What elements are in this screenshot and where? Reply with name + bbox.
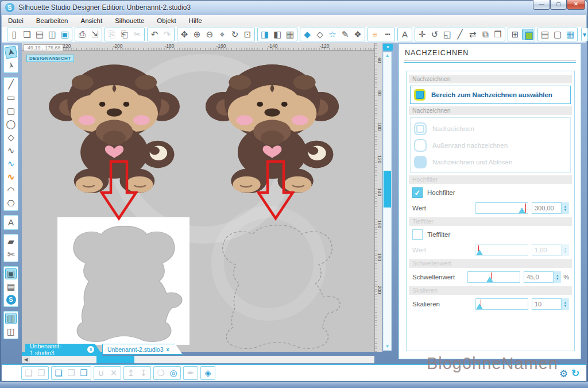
menu-datei[interactable]: Datei: [2, 15, 30, 26]
freehand-tool-icon[interactable]: ∿: [5, 158, 17, 170]
hochfilter-value-field[interactable]: 300,00: [532, 202, 562, 214]
page-panel-icon[interactable]: ▥: [5, 313, 17, 324]
bring-forward-icon[interactable]: ↥: [125, 367, 137, 379]
line-dash-icon[interactable]: ┅: [382, 29, 393, 40]
traced-silhouette-outline[interactable]: [210, 218, 345, 349]
cut-icon[interactable]: ✂: [131, 29, 143, 40]
move-icon[interactable]: ✛: [416, 29, 428, 40]
delete-icon[interactable]: ✕: [108, 367, 119, 379]
duplicate-icon[interactable]: ❐: [65, 367, 77, 379]
title-bar[interactable]: S Silhouette Studio Designer Edition: Un…: [0, 0, 588, 15]
tab-close-icon[interactable]: x: [167, 347, 169, 352]
split-panel-icon[interactable]: ◫: [5, 326, 17, 337]
select-area-icon[interactable]: ❏: [53, 367, 64, 379]
nest-icon[interactable]: ❒: [492, 29, 504, 40]
trace-option-abloesen[interactable]: Nachzeichnen und Ablösen: [414, 153, 567, 170]
hochfilter-slider[interactable]: [475, 202, 528, 214]
eyedropper-icon[interactable]: ✒: [185, 367, 196, 379]
replicate-icon[interactable]: ⧉: [479, 29, 491, 40]
hochfilter-spinner[interactable]: ▲▼: [562, 202, 569, 214]
send-to-silhouette-icon[interactable]: ⇲: [89, 29, 100, 40]
ungroup-icon[interactable]: ❒: [36, 367, 47, 379]
collapse-panel-chevron-icon[interactable]: »: [383, 44, 393, 51]
schwellenwert-slider[interactable]: [467, 271, 520, 283]
trace-option-aussenrand[interactable]: Außenrand nachzeichnen: [414, 137, 567, 153]
print-icon[interactable]: ⎙: [76, 29, 88, 40]
group-icon[interactable]: ❑: [23, 367, 34, 379]
tab-unbenannt-2[interactable]: Unbenannt-2.studio3 x: [102, 344, 183, 355]
tab-unbenannt-1[interactable]: Unbenannt-1.studio3 x: [25, 344, 102, 355]
store-view-icon[interactable]: S: [6, 295, 16, 305]
menu-objekt[interactable]: Objekt: [150, 15, 182, 26]
line-tool-icon[interactable]: ╱: [5, 79, 17, 90]
select-tool-icon[interactable]: ➤: [4, 45, 17, 59]
copy-icon[interactable]: ⎘: [106, 29, 118, 40]
vertical-scrollbar[interactable]: ▲ ▼: [383, 52, 392, 351]
punch-page-icon[interactable]: ▤: [539, 29, 551, 40]
ellipse-tool-icon[interactable]: ◯: [5, 118, 17, 130]
settings-gear-icon[interactable]: ⚙: [559, 368, 568, 380]
page-outline-icon[interactable]: ▢: [552, 29, 563, 40]
trace-area-icon[interactable]: [522, 29, 533, 40]
select-trace-area-button[interactable]: Bereich zum Nachzeichnen auswählen: [410, 86, 571, 104]
shear-icon[interactable]: ╱: [454, 29, 466, 40]
rectangle-tool-icon[interactable]: ▭: [5, 92, 17, 103]
save-to-library-icon[interactable]: ▣: [59, 29, 71, 40]
minimize-button[interactable]: —: [533, 0, 550, 10]
vertical-scroll-thumb[interactable]: [384, 171, 391, 208]
shape-edit-icon[interactable]: ✎: [339, 29, 351, 40]
star-outline-icon[interactable]: ☆: [327, 29, 338, 40]
arc-tool-icon[interactable]: ◠: [5, 185, 17, 196]
scroll-up-icon[interactable]: ▲: [384, 52, 391, 59]
shape-fill-icon[interactable]: ◆: [301, 29, 313, 40]
paste-icon[interactable]: ⎗: [119, 29, 130, 40]
rounded-rectangle-tool-icon[interactable]: ▢: [5, 105, 17, 117]
traced-silhouette-filled[interactable]: [62, 220, 186, 343]
open-trace-file-icon[interactable]: ⊞: [509, 29, 521, 40]
shape-outline-icon[interactable]: ◇: [314, 29, 326, 40]
fill-gradient-icon[interactable]: ◧: [272, 29, 283, 40]
maximize-button[interactable]: ▢: [550, 0, 567, 10]
fill-pattern-icon[interactable]: ▦: [284, 29, 296, 40]
skalieren-value-field[interactable]: 10: [532, 298, 562, 310]
zoom-reset-icon[interactable]: ↻: [229, 29, 241, 40]
schwellenwert-spinner[interactable]: ▲▼: [554, 271, 561, 283]
mirror-icon[interactable]: ⇄: [467, 29, 478, 40]
duplicate-filled-icon[interactable]: ❒: [78, 367, 90, 379]
zoom-in-icon[interactable]: ⊕: [191, 29, 203, 40]
scroll-down-icon[interactable]: ▼: [384, 343, 391, 350]
horizontal-scrollbar[interactable]: ◀: [22, 356, 374, 363]
rotate-icon[interactable]: ↺: [429, 29, 440, 40]
layers-icon[interactable]: ◈: [202, 367, 214, 379]
redo-icon[interactable]: ↷: [161, 29, 173, 40]
menu-silhouette[interactable]: Silhouette: [109, 15, 150, 26]
concentric-icon[interactable]: ◎: [168, 367, 179, 379]
erase-overlap-icon[interactable]: ❍: [155, 367, 167, 379]
tab-close-icon[interactable]: x: [87, 346, 94, 353]
smooth-freehand-tool-icon[interactable]: ∿: [5, 171, 17, 183]
pan-icon[interactable]: ✥: [179, 29, 190, 40]
schwellenwert-value-field[interactable]: 45,0: [524, 271, 554, 283]
toolbar-overflow-dropdown[interactable]: ▼: [581, 28, 588, 41]
zoom-selection-icon[interactable]: ⌖: [216, 29, 228, 40]
line-color-icon[interactable]: ≡: [369, 29, 381, 40]
horizontal-scroll-thumb[interactable]: [96, 356, 134, 363]
save-icon[interactable]: ◫: [47, 29, 58, 40]
grid-icon[interactable]: ▦: [564, 29, 576, 40]
close-button[interactable]: ✕: [567, 0, 585, 10]
skalieren-spinner[interactable]: ▲▼: [562, 298, 569, 310]
curve-tool-icon[interactable]: ∿: [5, 145, 17, 156]
knife-tool-icon[interactable]: ✄: [5, 249, 17, 260]
eraser-tool-icon[interactable]: ▰: [5, 236, 17, 247]
library-view-icon[interactable]: ▤: [5, 281, 17, 293]
new-document-icon[interactable]: ▯: [9, 29, 20, 40]
send-backward-icon[interactable]: ↧: [138, 367, 149, 379]
regular-polygon-tool-icon[interactable]: ⎔: [5, 198, 17, 209]
open-icon[interactable]: ❏: [21, 29, 33, 40]
sync-icon[interactable]: ↻: [571, 367, 579, 379]
tieffilter-checkbox[interactable]: [412, 229, 423, 240]
trace-option-nachzeichnen[interactable]: Nachzeichnen: [414, 120, 567, 137]
skalieren-slider[interactable]: [475, 298, 528, 310]
shape-offset-icon[interactable]: ❖: [352, 29, 363, 40]
open-on-device-icon[interactable]: ▤: [34, 29, 45, 40]
